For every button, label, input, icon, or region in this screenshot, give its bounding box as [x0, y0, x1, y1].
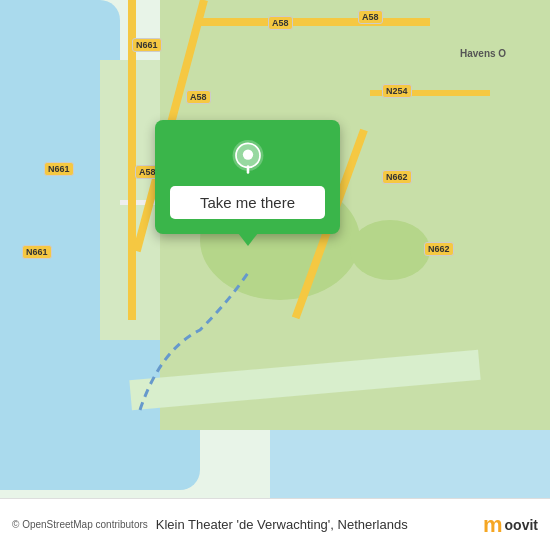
- bottom-bar: © OpenStreetMap contributors Klein Theat…: [0, 498, 550, 550]
- green-patch-2: [350, 220, 430, 280]
- road-label-n254: N254: [382, 84, 412, 98]
- road-label-n662-2: N662: [424, 242, 454, 256]
- moovit-logo-text: oovit: [505, 517, 538, 533]
- map-background: N661 N661 N661 A58 A58 A58 A58 N254 N662…: [0, 0, 550, 550]
- road-label-n661-3: N661: [22, 245, 52, 259]
- road-label-n661-2: N661: [44, 162, 74, 176]
- route-line: [80, 250, 280, 430]
- map-container: N661 N661 N661 A58 A58 A58 A58 N254 N662…: [0, 0, 550, 550]
- moovit-logo: m oovit: [483, 512, 538, 538]
- havens-label: Havens O: [460, 48, 506, 59]
- moovit-logo-letter: m: [483, 512, 503, 538]
- copyright-text: © OpenStreetMap contributors: [12, 519, 148, 530]
- road-label-a58-1: A58: [268, 16, 293, 30]
- road-label-n662-1: N662: [382, 170, 412, 184]
- location-popup: Take me there: [155, 120, 340, 234]
- road-label-a58-4: A58: [358, 10, 383, 24]
- take-me-there-button[interactable]: Take me there: [170, 186, 325, 219]
- pin-icon: [230, 140, 266, 176]
- road-label-n661-1: N661: [132, 38, 162, 52]
- road-a58-horizontal: [200, 18, 430, 26]
- location-label: Klein Theater 'de Verwachting', Netherla…: [156, 517, 483, 532]
- svg-point-2: [242, 149, 252, 159]
- road-label-a58-2: A58: [186, 90, 211, 104]
